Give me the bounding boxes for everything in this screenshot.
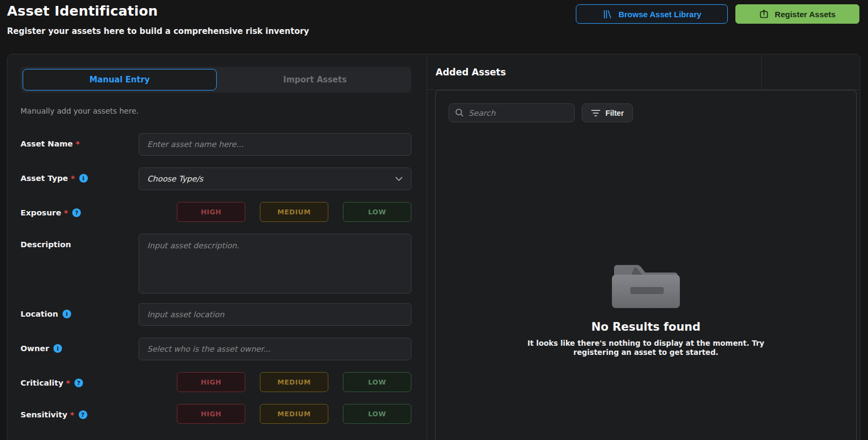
header-actions: Browse Asset Library Register Assets [576, 3, 859, 24]
owner-row: Owner i [20, 338, 411, 360]
location-row: Location i [20, 303, 411, 326]
info-icon[interactable]: i [63, 310, 71, 318]
owner-input[interactable] [139, 338, 411, 360]
sensitivity-high-button[interactable]: HIGH [177, 404, 245, 424]
page-title: Asset Identification [7, 3, 309, 19]
library-icon [602, 9, 612, 19]
box-arrow-up-icon [759, 9, 769, 19]
help-icon[interactable]: ? [72, 208, 81, 217]
sensitivity-level-group: HIGH MEDIUM LOW [139, 404, 411, 424]
info-icon[interactable]: i [53, 344, 62, 353]
manual-entry-form-section: Manual Entry Import Assets Manually add … [8, 54, 426, 440]
description-label: Description [20, 234, 139, 249]
description-row: Description [20, 234, 411, 296]
location-input[interactable] [139, 303, 411, 326]
asset-type-label: Asset Type * i [20, 167, 139, 183]
asset-name-input[interactable] [139, 133, 411, 156]
criticality-medium-button[interactable]: MEDIUM [260, 372, 328, 392]
register-assets-button[interactable]: Register Assets [735, 4, 859, 24]
help-icon[interactable]: ? [74, 379, 83, 387]
required-asterisk: * [64, 208, 68, 217]
empty-state: No Results found It looks like there's n… [436, 264, 856, 357]
criticality-low-button[interactable]: LOW [343, 372, 411, 392]
added-assets-header: Added Assets [427, 54, 860, 90]
owner-label: Owner i [20, 338, 139, 353]
asset-type-select[interactable]: Choose Type/s [139, 167, 411, 190]
asset-type-row: Asset Type * i Choose Type/s [20, 167, 411, 190]
criticality-label: Criticality * ? [20, 372, 139, 387]
location-label: Location i [20, 303, 139, 318]
sensitivity-row: Sensitivity * ? HIGH MEDIUM LOW [20, 404, 411, 424]
browse-asset-library-label: Browse Asset Library [618, 10, 701, 19]
asset-name-label: Asset Name * [20, 133, 139, 148]
folder-icon [610, 264, 682, 309]
asset-type-select-value: Choose Type/s [147, 174, 203, 183]
assets-list-container: Filter [435, 90, 857, 440]
criticality-level-group: HIGH MEDIUM LOW [139, 372, 411, 392]
exposure-level-group: HIGH MEDIUM LOW [139, 202, 411, 222]
page-header-titles: Asset Identification Register your asset… [7, 3, 309, 36]
sensitivity-low-button[interactable]: LOW [343, 404, 411, 424]
description-textarea[interactable] [139, 234, 411, 294]
required-asterisk: * [66, 379, 70, 387]
tab-import-assets[interactable]: Import Assets [219, 67, 412, 93]
criticality-row: Criticality * ? HIGH MEDIUM LOW [20, 372, 411, 392]
register-assets-label: Register Assets [775, 10, 836, 19]
tab-manual-entry[interactable]: Manual Entry [23, 69, 217, 90]
form-rows: Asset Name * Asset Type * i Choose Type/… [20, 133, 411, 424]
sensitivity-label: Sensitivity * ? [20, 404, 139, 419]
added-assets-header-slot [761, 54, 860, 89]
required-asterisk: * [71, 174, 75, 183]
exposure-medium-button[interactable]: MEDIUM [260, 202, 328, 222]
asset-name-row: Asset Name * [20, 133, 411, 156]
exposure-label: Exposure * ? [20, 202, 139, 217]
filter-icon [591, 109, 601, 117]
empty-state-title: No Results found [436, 320, 856, 333]
asset-search [449, 103, 575, 122]
empty-state-message: It looks like there's nothing to display… [527, 339, 764, 357]
chevron-down-icon [395, 177, 403, 181]
exposure-row: Exposure * ? HIGH MEDIUM LOW [20, 202, 411, 222]
page-header: Asset Identification Register your asset… [0, 0, 868, 36]
exposure-low-button[interactable]: LOW [343, 202, 411, 222]
criticality-high-button[interactable]: HIGH [177, 372, 245, 392]
help-icon[interactable]: ? [79, 410, 87, 419]
asset-search-input[interactable] [449, 103, 575, 122]
form-caption: Manually add your assets here. [20, 107, 411, 115]
assets-toolbar: Filter [436, 90, 856, 122]
exposure-high-button[interactable]: HIGH [177, 202, 245, 222]
page-subtitle: Register your assets here to build a com… [7, 26, 309, 36]
info-icon[interactable]: i [79, 174, 88, 183]
required-asterisk: * [70, 410, 74, 419]
asset-identification-card: Manual Entry Import Assets Manually add … [7, 54, 860, 440]
sensitivity-medium-button[interactable]: MEDIUM [260, 404, 328, 424]
required-asterisk: * [75, 139, 80, 148]
added-assets-panel: Added Assets [426, 54, 860, 440]
search-icon [454, 108, 464, 117]
filter-button[interactable]: Filter [582, 103, 633, 122]
entry-mode-tabs: Manual Entry Import Assets [20, 67, 411, 93]
added-assets-title: Added Assets [427, 67, 506, 78]
browse-asset-library-button[interactable]: Browse Asset Library [576, 4, 728, 24]
filter-label: Filter [605, 109, 624, 117]
